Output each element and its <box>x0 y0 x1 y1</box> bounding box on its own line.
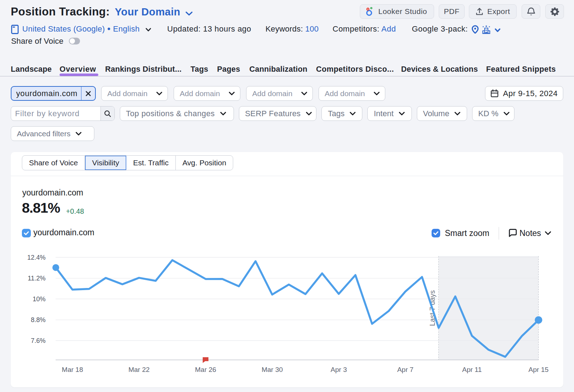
svg-text:Mar 22: Mar 22 <box>128 366 150 373</box>
svg-text:Apr 7: Apr 7 <box>397 366 413 373</box>
svg-text:11.2%: 11.2% <box>28 275 46 282</box>
svg-text:Apr 15: Apr 15 <box>528 366 549 373</box>
svg-text:Mar 18: Mar 18 <box>62 366 83 373</box>
svg-text:12.4%: 12.4% <box>27 254 46 261</box>
svg-text:Apr 3: Apr 3 <box>331 366 347 373</box>
svg-text:Mar 26: Mar 26 <box>195 366 216 373</box>
svg-text:Apr 11: Apr 11 <box>462 366 482 373</box>
svg-text:Mar 30: Mar 30 <box>262 366 283 373</box>
svg-text:7.6%: 7.6% <box>31 337 46 344</box>
svg-text:10%: 10% <box>33 296 46 303</box>
svg-text:8.8%: 8.8% <box>31 316 46 323</box>
